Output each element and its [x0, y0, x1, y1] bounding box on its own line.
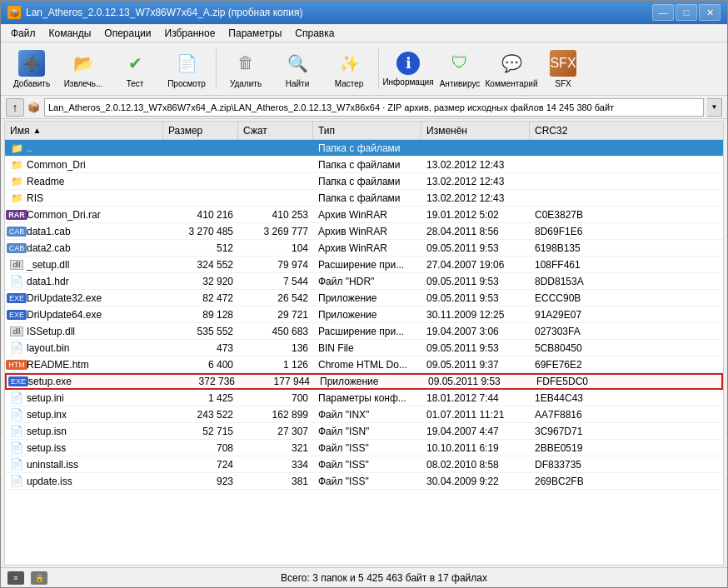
- table-row[interactable]: 📄 setup.iss 708 321 Файл "ISS" 10.10.201…: [5, 440, 723, 456]
- cell-compressed: 27 307: [238, 423, 313, 439]
- address-bar: ↑ 📦 Lan_Atheros_2.0.12.13_W7x86W7x64_A.z…: [1, 96, 727, 119]
- toolbar-view[interactable]: 📄 Просмотр: [162, 46, 211, 92]
- cell-crc: 5CB80450: [530, 340, 596, 356]
- col-header-size[interactable]: Размер: [163, 122, 238, 139]
- cell-type: BIN File: [313, 340, 421, 356]
- table-row[interactable]: 📄 uninstall.iss 724 334 Файл "ISS" 08.02…: [5, 456, 723, 473]
- toolbar-info[interactable]: ℹ Информация: [384, 46, 432, 92]
- file-list[interactable]: 📁 .. Папка с файлами 📁 Common_Dri Папка …: [5, 140, 723, 565]
- toolbar-sfx[interactable]: SFX SFX: [539, 46, 587, 92]
- table-row[interactable]: EXE setup.exe 372 736 177 944 Приложение…: [5, 373, 723, 390]
- table-row[interactable]: EXE DriUpdate32.exe 82 472 26 542 Прилож…: [5, 290, 723, 306]
- table-row[interactable]: dll ISSetup.dll 535 552 450 683 Расширен…: [5, 323, 723, 340]
- menu-favorites[interactable]: Избранное: [158, 26, 222, 41]
- status-text: Всего: 3 папок и 5 425 463 байт в 17 фай…: [281, 572, 487, 584]
- app-icon: 📦: [7, 6, 21, 19]
- cell-type: Папка с файлами: [313, 173, 421, 189]
- table-row[interactable]: HTM README.htm 6 400 1 126 Chrome HTML D…: [5, 356, 723, 373]
- col-header-modified[interactable]: Изменён: [421, 122, 530, 139]
- cell-modified: 28.04.2011 8:56: [421, 223, 530, 239]
- wizard-label: Мастер: [335, 79, 364, 88]
- cell-modified: 09.05.2011 9:53: [421, 240, 530, 256]
- view-label: Просмотр: [167, 79, 206, 88]
- cell-modified: 13.02.2012 12:43: [421, 157, 530, 172]
- cell-modified: [421, 140, 530, 156]
- cell-type: Параметры конф...: [313, 390, 421, 406]
- cell-size: 32 920: [163, 273, 238, 289]
- cell-compressed: [238, 190, 313, 206]
- col-header-compressed[interactable]: Сжат: [238, 122, 313, 139]
- minimize-button[interactable]: —: [652, 4, 674, 21]
- toolbar-extract[interactable]: 📂 Извлечь...: [59, 46, 107, 92]
- table-row[interactable]: 📄 data1.hdr 32 920 7 544 Файл "HDR" 09.0…: [5, 273, 723, 290]
- add-icon: ➕: [18, 50, 45, 77]
- cell-modified: 18.01.2012 7:44: [421, 390, 530, 406]
- cell-compressed: 162 899: [238, 406, 313, 422]
- extract-label: Извлечь...: [64, 79, 103, 88]
- table-row[interactable]: 📁 Readme Папка с файлами 13.02.2012 12:4…: [5, 173, 723, 190]
- cell-type: Архив WinRAR: [313, 240, 421, 256]
- table-row[interactable]: dll _setup.dll 324 552 79 974 Расширение…: [5, 257, 723, 273]
- close-button[interactable]: ✕: [699, 4, 721, 21]
- col-header-crc[interactable]: CRC32: [530, 122, 596, 139]
- info-label: Информация: [382, 77, 433, 87]
- cell-type: Архив WinRAR: [313, 223, 421, 239]
- up-button[interactable]: ↑: [6, 98, 24, 117]
- table-row[interactable]: 📁 RIS Папка с файлами 13.02.2012 12:43: [5, 190, 723, 207]
- toolbar-comment[interactable]: 💬 Комментарий: [487, 46, 536, 92]
- cell-type: Файл "HDR": [313, 273, 421, 289]
- toolbar-find[interactable]: 🔍 Найти: [273, 46, 322, 92]
- cell-modified: 19.04.2007 4:47: [421, 423, 530, 439]
- maximize-button[interactable]: □: [676, 4, 697, 21]
- cell-type: Архив WinRAR: [313, 207, 421, 222]
- cell-compressed: 321: [238, 440, 313, 456]
- cell-name: 📄 uninstall.iss: [5, 456, 163, 472]
- toolbar-add[interactable]: ➕ Добавить: [7, 46, 56, 92]
- table-row[interactable]: 📄 update.iss 923 381 Файл "ISS" 30.04.20…: [5, 473, 723, 490]
- menu-params[interactable]: Параметры: [222, 26, 288, 41]
- menu-commands[interactable]: Команды: [42, 26, 98, 41]
- address-dropdown[interactable]: ▼: [707, 98, 722, 117]
- address-path[interactable]: Lan_Atheros_2.0.12.13_W7x86W7x64_A.zip\L…: [44, 98, 704, 117]
- cell-crc: FDFE5DC0: [531, 375, 598, 388]
- table-row[interactable]: 📁 Common_Dri Папка с файлами 13.02.2012 …: [5, 157, 723, 173]
- table-row[interactable]: CAB data2.cab 512 104 Архив WinRAR 09.05…: [5, 240, 723, 257]
- cell-type: Расширение при...: [313, 257, 421, 272]
- delete-label: Удалить: [230, 79, 262, 88]
- cell-crc: 69FE76E2: [530, 356, 596, 372]
- table-row[interactable]: 📄 setup.isn 52 715 27 307 Файл "ISN" 19.…: [5, 423, 723, 440]
- toolbar-av[interactable]: 🛡 Антивирус: [436, 46, 484, 92]
- toolbar-test[interactable]: ✔ Тест: [111, 46, 159, 92]
- table-row[interactable]: 📁 .. Папка с файлами: [5, 140, 723, 157]
- toolbar: ➕ Добавить 📂 Извлечь... ✔ Тест 📄 Просмот…: [1, 42, 727, 96]
- toolbar-wizard[interactable]: ✨ Мастер: [325, 46, 373, 92]
- status-left: ≡ 🔒: [7, 571, 47, 585]
- col-header-type[interactable]: Тип: [313, 122, 421, 139]
- status-bar: ≡ 🔒 Всего: 3 папок и 5 425 463 байт в 17…: [1, 567, 727, 587]
- cell-compressed: 700: [238, 390, 313, 406]
- menu-help[interactable]: Справка: [288, 26, 341, 41]
- col-header-name[interactable]: Имя ▲: [5, 122, 163, 139]
- find-label: Найти: [286, 79, 310, 88]
- cell-name: RAR Common_Dri.rar: [5, 207, 163, 222]
- cell-type: Файл "ISS": [313, 440, 421, 456]
- toolbar-delete[interactable]: 🗑 Удалить: [222, 46, 270, 92]
- cell-crc: 269BC2FB: [530, 473, 596, 489]
- cell-name: 📄 setup.ini: [5, 390, 163, 406]
- table-row[interactable]: CAB data1.cab 3 270 485 3 269 777 Архив …: [5, 223, 723, 240]
- file-icon-cab: CAB: [10, 242, 23, 255]
- file-icon-rar: RAR: [10, 208, 23, 222]
- table-row[interactable]: 📄 setup.ini 1 425 700 Параметры конф... …: [5, 390, 723, 406]
- cell-compressed: 7 544: [238, 273, 313, 289]
- wizard-icon: ✨: [336, 50, 362, 77]
- table-row[interactable]: 📄 layout.bin 473 136 BIN File 09.05.2011…: [5, 340, 723, 356]
- find-icon: 🔍: [284, 50, 311, 77]
- menu-file[interactable]: Файл: [4, 26, 42, 41]
- cell-type: Файл "INX": [313, 406, 421, 422]
- table-row[interactable]: RAR Common_Dri.rar 410 216 410 253 Архив…: [5, 207, 723, 223]
- menu-operations[interactable]: Операции: [97, 26, 157, 41]
- file-icon-folder: 📁: [10, 142, 23, 155]
- table-row[interactable]: EXE DriUpdate64.exe 89 128 29 721 Прилож…: [5, 306, 723, 323]
- cell-crc: 1EB44C43: [530, 390, 596, 406]
- table-row[interactable]: 📄 setup.inx 243 522 162 899 Файл "INX" 0…: [5, 406, 723, 423]
